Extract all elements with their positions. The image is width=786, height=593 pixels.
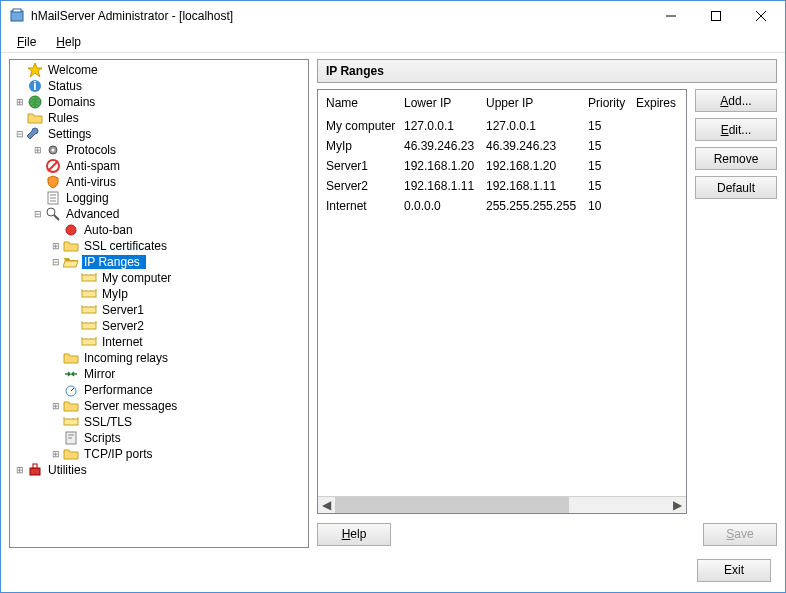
default-button[interactable]: Default bbox=[695, 176, 777, 199]
collapse-icon[interactable]: ⊟ bbox=[32, 209, 43, 220]
tree-item-protocols[interactable]: ⊞Protocols bbox=[10, 142, 308, 158]
star-icon bbox=[27, 62, 43, 78]
red-icon bbox=[63, 222, 79, 238]
list-row[interactable]: Server2192.168.1.11192.168.1.1115 bbox=[318, 176, 686, 196]
edit-button[interactable]: Edit... bbox=[695, 118, 777, 141]
tree-item-internet[interactable]: Internet bbox=[10, 334, 308, 350]
svg-text:i: i bbox=[33, 79, 36, 93]
tree-item-ip-ranges[interactable]: ⊟IP Ranges bbox=[10, 254, 308, 270]
cell-name: My computer bbox=[322, 118, 400, 134]
folder-icon bbox=[63, 446, 79, 462]
col-name[interactable]: Name bbox=[322, 92, 400, 114]
cell-priority: 15 bbox=[584, 178, 632, 194]
tree-item-label: Anti-spam bbox=[64, 159, 122, 173]
cell-name: MyIp bbox=[322, 138, 400, 154]
exit-button[interactable]: Exit bbox=[697, 559, 771, 582]
list-row[interactable]: My computer127.0.0.1127.0.0.115 bbox=[318, 116, 686, 136]
globe-icon bbox=[27, 94, 43, 110]
collapse-icon[interactable]: ⊟ bbox=[14, 129, 25, 140]
expand-spacer bbox=[32, 161, 43, 172]
tree-item-status[interactable]: iStatus bbox=[10, 78, 308, 94]
menu-help[interactable]: Help bbox=[48, 33, 89, 51]
svg-rect-3 bbox=[711, 12, 720, 21]
tree-item-utilities[interactable]: ⊞Utilities bbox=[10, 462, 308, 478]
svg-rect-36 bbox=[82, 323, 96, 329]
cell-name: Internet bbox=[322, 198, 400, 214]
tree-item-auto-ban[interactable]: Auto-ban bbox=[10, 222, 308, 238]
tree-item-welcome[interactable]: Welcome bbox=[10, 62, 308, 78]
menu-file[interactable]: File bbox=[9, 33, 44, 51]
tree-item-anti-virus[interactable]: Anti-virus bbox=[10, 174, 308, 190]
tree-item-label: Server messages bbox=[82, 399, 179, 413]
tree-item-label: TCP/IP ports bbox=[82, 447, 154, 461]
collapse-icon[interactable]: ⊟ bbox=[50, 257, 61, 268]
col-expires[interactable]: Expires bbox=[632, 92, 682, 114]
svg-point-18 bbox=[47, 208, 55, 216]
tree-item-tcp-ip-ports[interactable]: ⊞TCP/IP ports bbox=[10, 446, 308, 462]
close-button[interactable] bbox=[738, 1, 783, 31]
tree-item-label: SSL/TLS bbox=[82, 415, 134, 429]
tree-item-server1[interactable]: Server1 bbox=[10, 302, 308, 318]
tree-item-logging[interactable]: Logging bbox=[10, 190, 308, 206]
tree-item-my-computer[interactable]: My computer bbox=[10, 270, 308, 286]
tree-item-label: Mirror bbox=[82, 367, 117, 381]
tree-item-ssl-tls[interactable]: SSL/TLS bbox=[10, 414, 308, 430]
cell-upperip: 255.255.255.255 bbox=[482, 198, 584, 214]
gear-icon bbox=[45, 142, 61, 158]
scroll-left-icon[interactable]: ◀ bbox=[318, 497, 335, 514]
col-priority[interactable]: Priority bbox=[584, 92, 632, 114]
cell-expires bbox=[632, 158, 682, 174]
scroll-thumb[interactable] bbox=[335, 497, 569, 513]
cell-name: Server1 bbox=[322, 158, 400, 174]
tree-item-scripts[interactable]: Scripts bbox=[10, 430, 308, 446]
expand-icon[interactable]: ⊞ bbox=[50, 449, 61, 460]
col-lowerip[interactable]: Lower IP bbox=[400, 92, 482, 114]
tree-item-incoming-relays[interactable]: Incoming relays bbox=[10, 350, 308, 366]
wrench-icon bbox=[27, 126, 43, 142]
help-button[interactable]: Help bbox=[317, 523, 391, 546]
tree-item-server2[interactable]: Server2 bbox=[10, 318, 308, 334]
tree-item-label: Protocols bbox=[64, 143, 118, 157]
list-row[interactable]: Server1192.168.1.20192.168.1.2015 bbox=[318, 156, 686, 176]
expand-icon[interactable]: ⊞ bbox=[50, 401, 61, 412]
tree-item-label: MyIp bbox=[100, 287, 130, 301]
svg-line-19 bbox=[54, 215, 59, 220]
tree-item-advanced[interactable]: ⊟Advanced bbox=[10, 206, 308, 222]
tree-item-anti-spam[interactable]: Anti-spam bbox=[10, 158, 308, 174]
minimize-button[interactable] bbox=[648, 1, 693, 31]
tree-item-domains[interactable]: ⊞Domains bbox=[10, 94, 308, 110]
tree-item-server-messages[interactable]: ⊞Server messages bbox=[10, 398, 308, 414]
mag-icon bbox=[45, 206, 61, 222]
svg-point-11 bbox=[52, 149, 55, 152]
mirror-icon bbox=[63, 366, 79, 382]
ip-ranges-list[interactable]: Name Lower IP Upper IP Priority Expires … bbox=[317, 89, 687, 514]
add-button[interactable]: Add... bbox=[695, 89, 777, 112]
tree-item-myip[interactable]: MyIp bbox=[10, 286, 308, 302]
tree-item-performance[interactable]: Performance bbox=[10, 382, 308, 398]
tree-item-settings[interactable]: ⊟Settings bbox=[10, 126, 308, 142]
scroll-right-icon[interactable]: ▶ bbox=[669, 497, 686, 514]
svg-rect-26 bbox=[82, 291, 96, 297]
tree-item-mirror[interactable]: Mirror bbox=[10, 366, 308, 382]
tree-item-label: Performance bbox=[82, 383, 155, 397]
tree-item-rules[interactable]: Rules bbox=[10, 110, 308, 126]
folderopen-icon bbox=[63, 254, 79, 270]
expand-icon[interactable]: ⊞ bbox=[32, 145, 43, 156]
cell-upperip: 192.168.1.20 bbox=[482, 158, 584, 174]
list-row[interactable]: MyIp46.39.246.2346.39.246.2315 bbox=[318, 136, 686, 156]
horizontal-scrollbar[interactable]: ◀ ▶ bbox=[318, 496, 686, 513]
expand-icon[interactable]: ⊞ bbox=[14, 97, 25, 108]
tree-item-ssl-certificates[interactable]: ⊞SSL certificates bbox=[10, 238, 308, 254]
expand-icon[interactable]: ⊞ bbox=[14, 465, 25, 476]
tree-item-label: Auto-ban bbox=[82, 223, 135, 237]
expand-icon[interactable]: ⊞ bbox=[50, 241, 61, 252]
col-upperip[interactable]: Upper IP bbox=[482, 92, 584, 114]
maximize-button[interactable] bbox=[693, 1, 738, 31]
tree-item-label: Status bbox=[46, 79, 84, 93]
nav-tree[interactable]: WelcomeiStatus⊞DomainsRules⊟Settings⊞Pro… bbox=[9, 59, 309, 548]
script-icon bbox=[63, 430, 79, 446]
svg-marker-6 bbox=[28, 63, 42, 77]
remove-button[interactable]: Remove bbox=[695, 147, 777, 170]
list-row[interactable]: Internet0.0.0.0255.255.255.25510 bbox=[318, 196, 686, 216]
tree-item-label: Utilities bbox=[46, 463, 89, 477]
